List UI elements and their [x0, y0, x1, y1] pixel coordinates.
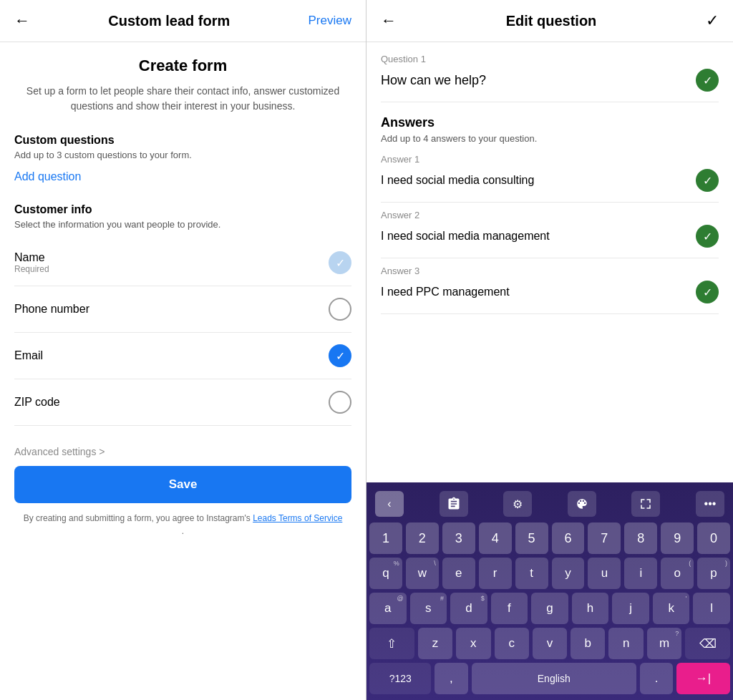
key-i[interactable]: i	[624, 558, 657, 589]
answer1-row: Answer 1 I need social media consulting …	[381, 154, 719, 203]
back-button-left[interactable]: ←	[14, 11, 30, 30]
field-name-sublabel: Required	[14, 264, 49, 274]
question1-row: How can we help? ✓	[381, 69, 719, 102]
key-w[interactable]: w\	[406, 558, 439, 589]
key-9[interactable]: 9	[661, 522, 694, 554]
key-s[interactable]: s#	[410, 593, 447, 624]
key-0[interactable]: 0	[697, 522, 730, 554]
field-email-checkbox[interactable]: ✓	[329, 344, 351, 367]
key-2[interactable]: 2	[406, 522, 439, 554]
keyboard-row2: a@s#d$fghjk'l	[369, 593, 730, 624]
key-r[interactable]: r	[479, 558, 512, 589]
field-zip-label: ZIP code	[14, 396, 60, 409]
answer3-check-icon: ✓	[696, 281, 719, 303]
left-content: Create form Set up a form to let people …	[0, 42, 366, 700]
answers-title: Answers	[381, 115, 719, 130]
key-8[interactable]: 8	[624, 522, 657, 554]
answer1-value: I need social media consulting	[381, 174, 534, 187]
terms-text: By creating and submitting a form, you a…	[14, 512, 351, 549]
create-form-desc: Set up a form to let people share their …	[14, 84, 351, 114]
key-1[interactable]: 1	[369, 522, 402, 554]
backspace-key[interactable]: ⌫	[685, 628, 730, 659]
period-key[interactable]: .	[640, 663, 673, 694]
kb-resize-btn[interactable]	[631, 491, 660, 517]
key-x[interactable]: x	[456, 628, 490, 659]
left-header-title: Custom lead form	[108, 13, 230, 29]
key-3[interactable]: 3	[442, 522, 475, 554]
field-zip-row: ZIP code	[14, 379, 351, 426]
key-f[interactable]: f	[491, 593, 528, 624]
shift-key[interactable]: ⇧	[369, 628, 414, 659]
key-5[interactable]: 5	[515, 522, 548, 554]
field-name-checkbox[interactable]: ✓	[329, 251, 351, 274]
key-g[interactable]: g	[531, 593, 568, 624]
key-m[interactable]: m?	[647, 628, 681, 659]
keyboard-bottom-row: ?123 , English . →|	[369, 663, 730, 694]
left-header: ← Custom lead form Preview	[0, 0, 366, 42]
field-email-label: Email	[14, 349, 43, 362]
space-key[interactable]: English	[472, 663, 636, 694]
question1-label: Question 1	[381, 54, 719, 64]
key-a[interactable]: a@	[369, 593, 407, 624]
key-c[interactable]: c	[495, 628, 529, 659]
question1-value: How can we help?	[381, 73, 486, 88]
advanced-settings-link[interactable]: Advanced settings >	[14, 433, 351, 466]
confirm-button[interactable]: ✓	[706, 11, 719, 30]
keyboard-row3-wrapper: ⇧zxcvbnm?⌫	[369, 628, 730, 659]
key-t[interactable]: t	[515, 558, 548, 589]
add-question-link[interactable]: Add question	[14, 170, 351, 183]
keyboard-toolbar: ‹ ⚙ •••	[369, 488, 730, 522]
field-phone-checkbox[interactable]	[329, 298, 351, 321]
key-b[interactable]: b	[571, 628, 605, 659]
key-h[interactable]: h	[572, 593, 609, 624]
key-v[interactable]: v	[533, 628, 567, 659]
keyboard-panel: ‹ ⚙ ••• 1234567890 q%w\ertyuio(p) a@s#d$…	[366, 482, 733, 700]
key-k[interactable]: k'	[653, 593, 690, 624]
save-button[interactable]: Save	[14, 466, 351, 503]
key-z[interactable]: z	[418, 628, 452, 659]
key-d[interactable]: d$	[450, 593, 487, 624]
preview-link[interactable]: Preview	[309, 14, 351, 28]
answers-desc: Add up to 4 answers to your question.	[381, 133, 719, 144]
kb-settings-btn[interactable]: ⚙	[503, 491, 532, 517]
key-u[interactable]: u	[588, 558, 621, 589]
answer2-row: Answer 2 I need social media management …	[381, 210, 719, 258]
back-button-right[interactable]: ←	[381, 11, 397, 30]
key-n[interactable]: n	[608, 628, 643, 659]
terms-link[interactable]: Leads Terms of Service	[253, 513, 342, 523]
answer2-label: Answer 2	[381, 210, 719, 220]
custom-questions-title: Custom questions	[14, 134, 351, 147]
customer-info-desc: Select the information you want people t…	[14, 219, 351, 230]
key-e[interactable]: e	[442, 558, 475, 589]
kb-theme-btn[interactable]	[568, 491, 596, 517]
kb-clipboard-btn[interactable]	[440, 491, 468, 517]
keyboard-row1: q%w\ertyuio(p)	[369, 558, 730, 589]
customer-info-title: Customer info	[14, 203, 351, 216]
customer-info-section: Customer info Select the information you…	[14, 203, 351, 426]
field-email-row: Email ✓	[14, 333, 351, 379]
key-l[interactable]: l	[693, 593, 730, 624]
keyboard-number-row: 1234567890	[369, 522, 730, 554]
kb-back-btn[interactable]: ‹	[375, 491, 404, 517]
num-sym-key[interactable]: ?123	[369, 663, 431, 694]
key-j[interactable]: j	[612, 593, 649, 624]
key-q[interactable]: q%	[369, 558, 402, 589]
answer3-value: I need PPC management	[381, 286, 510, 298]
field-name-row: Name Required ✓	[14, 240, 351, 286]
action-key[interactable]: →|	[676, 663, 730, 694]
answer2-value: I need social media management	[381, 230, 550, 243]
kb-more-btn[interactable]: •••	[696, 491, 724, 517]
left-panel: ← Custom lead form Preview Create form S…	[0, 0, 366, 700]
key-y[interactable]: y	[552, 558, 585, 589]
key-o[interactable]: o(	[661, 558, 694, 589]
key-4[interactable]: 4	[479, 522, 512, 554]
key-6[interactable]: 6	[552, 522, 585, 554]
answer3-label: Answer 3	[381, 266, 719, 276]
key-7[interactable]: 7	[588, 522, 621, 554]
field-name-label: Name	[14, 251, 49, 264]
key-p[interactable]: p)	[697, 558, 730, 589]
field-zip-checkbox[interactable]	[329, 391, 351, 414]
field-phone-row: Phone number	[14, 286, 351, 333]
question1-check-icon: ✓	[696, 69, 719, 92]
comma-key[interactable]: ,	[435, 663, 467, 694]
